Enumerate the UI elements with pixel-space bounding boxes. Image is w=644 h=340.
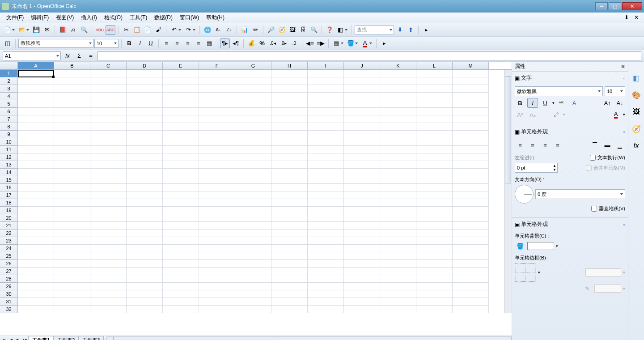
ltr-button[interactable]: ¶▸: [220, 38, 230, 48]
decrease-indent-button[interactable]: ◀≡: [305, 38, 315, 48]
toolbar2-overflow[interactable]: ▸: [379, 38, 389, 48]
wrap-text-check[interactable]: 文本换行(W): [590, 154, 625, 161]
pp-highlight-button[interactable]: 🖍: [551, 110, 561, 119]
email-button[interactable]: ✉: [42, 25, 52, 35]
merge-cells-button[interactable]: ▦: [204, 38, 214, 48]
vertical-scrollbar[interactable]: [504, 70, 512, 313]
name-box[interactable]: A1: [3, 51, 61, 60]
pp-superscript-button[interactable]: Aᵃ: [515, 110, 525, 119]
pp-subscript-button[interactable]: Aₐ: [527, 110, 538, 119]
row-header[interactable]: 32: [0, 306, 18, 313]
rail-navigator-icon[interactable]: 🧭: [631, 123, 642, 134]
sort-desc-button[interactable]: Z↓: [224, 25, 234, 35]
font-name-combo[interactable]: 微软雅黑: [18, 39, 93, 48]
next-sheet-button[interactable]: ▶: [14, 336, 21, 340]
formula-input[interactable]: [97, 51, 641, 60]
column-header[interactable]: I: [308, 62, 344, 69]
auto-spellcheck-button[interactable]: ABC: [106, 25, 115, 35]
bg-color-button[interactable]: 🪣: [346, 38, 356, 48]
find-next-button[interactable]: ⬇: [395, 25, 405, 35]
collapse-icon[interactable]: ▣: [515, 75, 520, 81]
show-draw-button[interactable]: ✏: [250, 25, 260, 35]
row-header[interactable]: 8: [0, 123, 18, 131]
spellcheck-button[interactable]: ABC: [95, 25, 105, 35]
row-header[interactable]: 21: [0, 222, 18, 230]
format-paintbrush-button[interactable]: 🖌: [153, 25, 163, 35]
menu-file[interactable]: 文件(F): [3, 13, 27, 22]
pp-font-size-combo[interactable]: 10: [605, 86, 625, 96]
styles-button[interactable]: ◫: [3, 38, 13, 48]
row-header[interactable]: 16: [0, 184, 18, 191]
pp-valign-top-button[interactable]: ▔: [589, 140, 600, 150]
row-header[interactable]: 9: [0, 131, 18, 138]
rtl-button[interactable]: ◂¶: [231, 38, 241, 48]
column-header[interactable]: M: [453, 62, 489, 69]
sheet-tab[interactable]: 工作表2: [53, 336, 79, 340]
font-size-combo[interactable]: 10: [94, 39, 119, 48]
pp-shrink-font-button[interactable]: A↓: [614, 98, 625, 108]
undo-button[interactable]: ↶: [169, 25, 179, 35]
pp-valign-middle-button[interactable]: ▬: [602, 140, 613, 150]
add-decimal-button[interactable]: .0◂: [268, 38, 278, 48]
sheet-tab[interactable]: 工作表3: [78, 336, 104, 340]
column-header[interactable]: D: [127, 62, 163, 69]
export-pdf-button[interactable]: 📕: [58, 25, 68, 35]
column-header[interactable]: G: [235, 62, 271, 69]
first-sheet-button[interactable]: ⏮: [0, 336, 7, 340]
function-wizard-button[interactable]: fx: [63, 51, 72, 61]
last-sheet-button[interactable]: ⏭: [21, 336, 29, 340]
row-header[interactable]: 4: [0, 93, 18, 100]
border-color-icon[interactable]: ✎: [582, 284, 593, 293]
find-prev-button[interactable]: ⬆: [406, 25, 415, 35]
row-header[interactable]: 5: [0, 100, 18, 108]
underline-button[interactable]: U: [146, 38, 156, 48]
column-header[interactable]: H: [271, 62, 308, 69]
close-button[interactable]: ✕: [622, 2, 642, 10]
pp-font-name-combo[interactable]: 微软雅黑: [515, 86, 603, 96]
remove-decimal-button[interactable]: .0▸: [279, 38, 288, 48]
column-header[interactable]: E: [163, 62, 199, 69]
currency-button[interactable]: 💰: [246, 38, 256, 48]
rotation-dial[interactable]: [515, 185, 534, 204]
redo-button[interactable]: ↷: [183, 25, 193, 35]
align-center-button[interactable]: ≡: [172, 38, 182, 48]
menu-help[interactable]: 帮助(H): [203, 13, 228, 22]
help-button[interactable]: ❓: [325, 25, 335, 35]
pp-strikethrough-button[interactable]: ᴬᴮᶜ: [556, 98, 567, 108]
align-left-button[interactable]: ≡: [161, 38, 171, 48]
pp-valign-bottom-button[interactable]: ▁: [614, 140, 625, 150]
sort-asc-button[interactable]: A↓: [213, 25, 223, 35]
pp-shadow-button[interactable]: A: [569, 98, 580, 108]
rail-functions-icon[interactable]: fx: [631, 140, 642, 151]
column-header[interactable]: C: [90, 62, 127, 69]
pp-align-right-button[interactable]: ≡: [540, 140, 551, 150]
border-preview[interactable]: [515, 263, 536, 282]
pp-grow-font-button[interactable]: A↑: [602, 98, 613, 108]
properties-close-icon[interactable]: ✕: [621, 64, 625, 70]
row-header[interactable]: 19: [0, 207, 18, 214]
row-header[interactable]: 27: [0, 268, 18, 275]
menu-data[interactable]: 数据(D): [151, 13, 176, 22]
menu-edit[interactable]: 编辑(E): [27, 13, 52, 22]
column-header[interactable]: J: [344, 62, 380, 69]
data-sources-button[interactable]: 🗄: [298, 25, 308, 35]
function-button[interactable]: =: [86, 51, 96, 61]
navigator-button[interactable]: 🧭: [277, 25, 287, 35]
standard-format-button[interactable]: .0: [289, 38, 299, 48]
find-replace-button[interactable]: 🔎: [266, 25, 276, 35]
paste-button[interactable]: 📄: [143, 25, 153, 35]
row-header[interactable]: 31: [0, 298, 18, 306]
percent-button[interactable]: %: [257, 38, 267, 48]
vertical-stack-check[interactable]: 垂直堆积(V): [591, 205, 625, 212]
rotation-angle-combo[interactable]: 0 度: [535, 189, 625, 199]
align-right-button[interactable]: ≡: [183, 38, 193, 48]
row-header[interactable]: 3: [0, 85, 18, 93]
column-header[interactable]: F: [199, 62, 235, 69]
menu-format[interactable]: 格式(O): [101, 13, 126, 22]
cell-grid[interactable]: [18, 70, 504, 313]
column-header[interactable]: B: [54, 62, 90, 69]
more-options-icon[interactable]: ▫: [623, 129, 625, 135]
menu-window[interactable]: 窗口(W): [176, 13, 203, 22]
bold-button[interactable]: B: [124, 38, 134, 48]
row-header[interactable]: 17: [0, 191, 18, 199]
